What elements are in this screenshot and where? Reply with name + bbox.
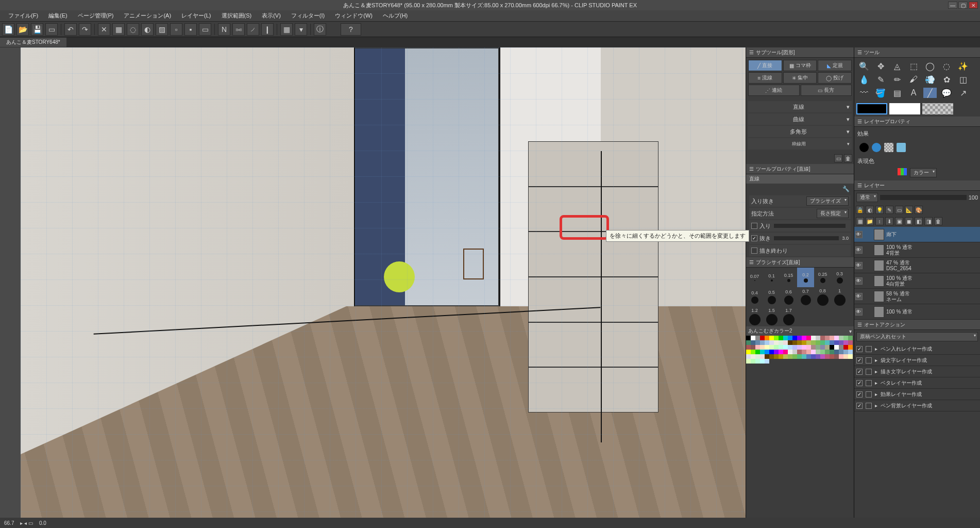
menu-help[interactable]: ヘルプ(H) xyxy=(378,12,413,20)
color-swatch[interactable] xyxy=(834,345,839,350)
brush-size-0.3[interactable]: 0.3 xyxy=(831,268,848,287)
color-swatch[interactable] xyxy=(834,340,839,345)
action-row[interactable]: ✓ ▸ ペン入れレイヤー作成 xyxy=(854,343,980,355)
brush-size-0.1[interactable]: 0.1 xyxy=(763,268,780,287)
color-swatch[interactable] xyxy=(811,350,816,354)
subtool-frame[interactable]: ▦コマ枠 xyxy=(783,60,817,71)
color-swatch[interactable] xyxy=(843,340,848,345)
color-swatch[interactable] xyxy=(820,354,825,359)
color-swatch[interactable] xyxy=(848,336,853,340)
color-swatch[interactable] xyxy=(783,340,788,345)
color-swatch[interactable] xyxy=(848,340,853,345)
color-swatch[interactable] xyxy=(755,350,760,354)
chevron-down-icon[interactable]: ▾ xyxy=(849,328,852,334)
color-swatch[interactable] xyxy=(774,340,779,345)
color-swatch[interactable] xyxy=(802,345,806,350)
color-swatch[interactable] xyxy=(769,345,774,350)
action-row[interactable]: ✓ ▸ 描き文字レイヤー作成 xyxy=(854,366,980,377)
color-swatch[interactable] xyxy=(788,340,792,345)
brush-size-1.7[interactable]: 1.7 xyxy=(780,307,797,326)
color-swatch[interactable] xyxy=(811,354,816,359)
color-swatch[interactable] xyxy=(830,350,834,354)
color-swatch[interactable] xyxy=(825,350,830,354)
visibility-icon[interactable]: 👁 xyxy=(855,277,863,285)
action-checkbox[interactable]: ✓ xyxy=(856,391,863,398)
method-dropdown[interactable]: 長さ指定 xyxy=(817,209,849,218)
action-checkbox[interactable]: ✓ xyxy=(856,357,863,364)
zoom-tool[interactable]: 🔍 xyxy=(857,61,871,71)
layer-mask2-icon[interactable]: ◼ xyxy=(905,217,913,225)
color-swatch[interactable] xyxy=(848,354,853,359)
color-swatch[interactable] xyxy=(806,340,811,345)
action-toggle[interactable] xyxy=(866,357,872,364)
swatch-header[interactable]: あんこむぎカラー2 ▾ xyxy=(746,326,854,336)
subtool-panel-header[interactable]: ☰ サブツール[図形] xyxy=(746,47,854,58)
action-row[interactable]: ✓ ▸ ベタレイヤー作成 xyxy=(854,377,980,389)
action-toggle[interactable] xyxy=(866,369,872,375)
clear-button[interactable]: ✕ xyxy=(98,23,110,36)
brush-size-0.4[interactable]: 0.4 xyxy=(746,287,763,307)
color-swatch[interactable] xyxy=(802,340,806,345)
brush-size-0.15[interactable]: 0.15 xyxy=(780,268,797,287)
help-button[interactable]: ? xyxy=(341,23,361,36)
select-all-button[interactable]: ▦ xyxy=(112,23,125,36)
color-swatch[interactable] xyxy=(760,340,765,345)
layer-row[interactable]: 👁 58 % 通常ネーム xyxy=(854,289,980,304)
color-swatch[interactable] xyxy=(774,336,779,340)
color-swatch[interactable] xyxy=(755,359,760,364)
canvas-button[interactable]: ▭ xyxy=(45,23,58,36)
canvas-area[interactable] xyxy=(0,47,746,518)
color-swatch[interactable] xyxy=(746,350,751,354)
color-swatch[interactable] xyxy=(848,350,853,354)
layer-clip-icon[interactable]: ◐ xyxy=(866,206,874,214)
color-swatch[interactable] xyxy=(816,340,820,345)
wrench-icon[interactable]: 🔧 xyxy=(842,186,850,192)
autoaction-panel-header[interactable]: ☰ オートアクション xyxy=(854,320,980,330)
blend-mode-dropdown[interactable]: 通常 xyxy=(856,193,878,202)
brush-size-0.5[interactable]: 0.5 xyxy=(763,287,780,307)
menu-layer[interactable]: レイヤー(L) xyxy=(176,12,216,20)
color-swatch[interactable] xyxy=(746,354,751,359)
delete-subtool-button[interactable]: 🗑 xyxy=(844,154,852,162)
color-swatch[interactable] xyxy=(760,359,765,364)
fill-tool[interactable]: 🪣 xyxy=(874,88,887,98)
color-swatch[interactable] xyxy=(797,345,802,350)
move-tool[interactable]: ✥ xyxy=(874,61,887,71)
color-swatch[interactable] xyxy=(839,354,843,359)
color-swatch[interactable] xyxy=(816,345,820,350)
transparent-color[interactable] xyxy=(922,103,953,114)
new-subtool-button[interactable]: ▭ xyxy=(834,154,842,162)
color-swatch[interactable] xyxy=(751,345,755,350)
eyedropper-tool[interactable]: 💧 xyxy=(857,74,871,85)
menu-edit[interactable]: 編集(E) xyxy=(43,12,73,20)
layer-row[interactable]: 👁 100 % 通常4背景 xyxy=(854,242,980,258)
subtool-focus[interactable]: ✳集中 xyxy=(783,72,817,84)
open-button[interactable]: 📂 xyxy=(16,23,29,36)
brush-size-0.2[interactable]: 0.2 xyxy=(797,268,814,287)
color-swatch[interactable] xyxy=(816,354,820,359)
color-swatch[interactable] xyxy=(788,350,792,354)
menu-animation[interactable]: アニメーション(A) xyxy=(119,12,176,20)
zoom-controls[interactable]: ▸ ◂ ▭ xyxy=(20,520,33,526)
color-swatch[interactable] xyxy=(834,354,839,359)
layer-row[interactable]: 👁 47 % 通常DSC_2654 xyxy=(854,258,980,273)
action-checkbox[interactable]: ✓ xyxy=(856,369,863,375)
color-swatch[interactable] xyxy=(788,336,792,340)
color-mode-dropdown[interactable]: カラー xyxy=(910,168,937,177)
subtool-polygon[interactable]: 多角形▾ xyxy=(748,126,852,137)
color-swatch[interactable] xyxy=(811,340,816,345)
in-checkbox[interactable] xyxy=(751,223,757,229)
color-swatch[interactable] xyxy=(825,345,830,350)
color-swatch[interactable] xyxy=(834,350,839,354)
close-button[interactable]: ✕ xyxy=(969,2,978,9)
color-swatch[interactable] xyxy=(751,350,755,354)
color-swatch[interactable] xyxy=(797,340,802,345)
brush-size-0.7[interactable]: 0.7 xyxy=(797,287,814,307)
color-swatch[interactable] xyxy=(779,350,783,354)
color-swatch[interactable] xyxy=(755,340,760,345)
color-swatch[interactable] xyxy=(839,345,843,350)
brush-size-1.2[interactable]: 1.2 xyxy=(746,307,763,326)
color-swatch[interactable] xyxy=(774,350,779,354)
color-swatch[interactable] xyxy=(820,340,825,345)
color-swatch[interactable] xyxy=(792,345,797,350)
